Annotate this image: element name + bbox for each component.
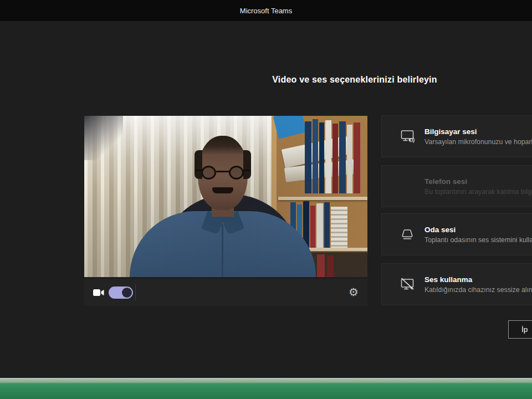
audio-option-title: Ses kullanma	[424, 275, 532, 284]
camera-toggle-knob	[122, 288, 132, 298]
audio-option-texts: Bilgisayar sesi Varsayılan mikrofonunuzu…	[424, 127, 532, 146]
camera-toggle[interactable]	[109, 287, 133, 299]
page-title: Video ve ses seçeneklerinizi belirleyin	[177, 75, 532, 85]
audio-option-no-audio[interactable]: Ses kullanma Katıldığınızda cihazınız se…	[381, 263, 532, 305]
room-speaker-icon	[399, 226, 416, 243]
windows-taskbar: e T ✓	[0, 378, 532, 399]
audio-option-subtitle: Bu toplantının arayarak katılma bilgile	[424, 188, 532, 196]
window-titlebar: Microsoft Teams	[0, 0, 532, 21]
audio-option-title: Telefon sesi	[424, 177, 532, 186]
no-icon	[399, 178, 416, 195]
audio-option-title: Bilgisayar sesi	[424, 127, 532, 136]
audio-option-texts: Telefon sesi Bu toplantının arayarak kat…	[424, 177, 532, 196]
audio-option-subtitle: Varsayılan mikrofonunuzu ve hoparlö	[424, 138, 532, 146]
audio-option-room[interactable]: Oda sesi Toplantı odasının ses sistemini…	[381, 213, 532, 255]
window-title: Microsoft Teams	[240, 7, 292, 15]
webcam-preview	[84, 116, 367, 277]
audio-option-title: Oda sesi	[424, 226, 532, 234]
cancel-button[interactable]: İp	[508, 320, 532, 339]
audio-option-subtitle: Toplantı odasının ses sistemini kullan	[424, 236, 532, 244]
audio-option-texts: Ses kullanma Katıldığınızda cihazınız se…	[424, 275, 532, 294]
audio-option-computer[interactable]: Bilgisayar sesi Varsayılan mikrofonunuzu…	[381, 115, 532, 157]
camera-control-bar: ⚙	[84, 279, 367, 306]
divider	[135, 284, 136, 300]
video-vignette	[84, 116, 367, 277]
monitor-speaker-icon	[399, 128, 416, 145]
device-settings-gear-icon[interactable]: ⚙	[349, 285, 359, 299]
audio-option-phone: Telefon sesi Bu toplantının arayarak kat…	[381, 165, 532, 207]
audio-option-texts: Oda sesi Toplantı odasının ses sistemini…	[424, 226, 532, 244]
monitor-slash-icon	[399, 276, 416, 293]
audio-option-subtitle: Katıldığınızda cihazınız sessize alınaca	[424, 286, 532, 294]
camera-icon	[93, 289, 104, 296]
